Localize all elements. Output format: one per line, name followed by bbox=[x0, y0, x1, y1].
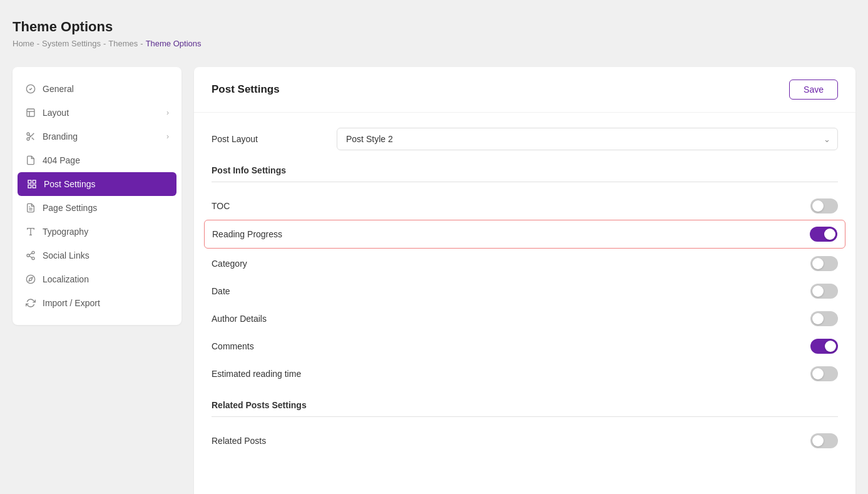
sidebar-item-import-export-label: Import / Export bbox=[43, 298, 100, 308]
toggle-row-toc: TOC bbox=[212, 192, 838, 220]
related-posts-label: Related Posts bbox=[212, 436, 266, 446]
svg-line-7 bbox=[32, 138, 34, 140]
toggle-row-category: Category bbox=[212, 250, 838, 277]
toggle-row-reading-progress: Reading Progress bbox=[204, 220, 845, 249]
sidebar-item-404-label: 404 Page bbox=[43, 155, 80, 165]
svg-line-20 bbox=[29, 256, 33, 258]
category-toggle[interactable] bbox=[810, 256, 838, 271]
svg-point-17 bbox=[32, 251, 34, 254]
svg-rect-9 bbox=[28, 180, 31, 183]
reading-progress-label: Reading Progress bbox=[212, 229, 282, 239]
breadcrumb-current: Theme Options bbox=[146, 39, 202, 48]
post-layout-select[interactable]: Post Style 1 Post Style 2 Post Style 3 bbox=[337, 128, 838, 150]
layout-icon bbox=[25, 107, 36, 118]
breadcrumb-themes[interactable]: Themes bbox=[108, 39, 138, 48]
page-title: Theme Options bbox=[13, 19, 855, 35]
toggle-row-estimated-reading: Estimated reading time bbox=[212, 360, 838, 388]
svg-marker-23 bbox=[29, 277, 33, 281]
post-layout-label: Post Layout bbox=[212, 134, 337, 144]
page-wrapper: Theme Options Home - System Settings - T… bbox=[13, 13, 855, 494]
sidebar-item-post-settings[interactable]: Post Settings bbox=[18, 172, 176, 196]
comments-slider bbox=[810, 339, 838, 354]
toggle-row-author-details: Author Details bbox=[212, 305, 838, 332]
save-button-top[interactable]: Save bbox=[789, 80, 838, 100]
svg-point-5 bbox=[27, 138, 29, 140]
toc-toggle[interactable] bbox=[810, 198, 838, 214]
toggle-row-related-posts: Related Posts bbox=[212, 427, 838, 455]
breadcrumb-sep-1: - bbox=[37, 39, 39, 48]
sidebar-item-localization[interactable]: Localization bbox=[13, 267, 181, 291]
related-posts-slider bbox=[810, 433, 838, 448]
breadcrumb-sep-3: - bbox=[140, 39, 143, 48]
sidebar-item-page-settings-label: Page Settings bbox=[43, 203, 97, 213]
file-text-icon bbox=[25, 202, 36, 214]
reading-progress-slider bbox=[810, 227, 837, 242]
sidebar-item-typography-label: Typography bbox=[43, 227, 88, 237]
content-area: Post Settings Save Post Layout Post Styl… bbox=[194, 67, 855, 494]
share-icon bbox=[25, 250, 36, 261]
svg-point-4 bbox=[27, 133, 29, 135]
content-body: Post Layout Post Style 1 Post Style 2 Po… bbox=[194, 113, 855, 482]
svg-rect-1 bbox=[27, 109, 34, 116]
sidebar-item-social-links[interactable]: Social Links bbox=[13, 244, 181, 267]
sidebar-item-post-settings-label: Post Settings bbox=[44, 179, 96, 189]
sidebar-item-branding[interactable]: Branding › bbox=[13, 125, 181, 148]
svg-rect-10 bbox=[33, 180, 36, 183]
sidebar-item-import-export[interactable]: Import / Export bbox=[13, 291, 181, 315]
file-icon bbox=[25, 155, 36, 166]
comments-toggle[interactable] bbox=[810, 339, 838, 354]
post-layout-select-wrapper: Post Style 1 Post Style 2 Post Style 3 ⌄ bbox=[337, 128, 838, 150]
check-circle-icon bbox=[25, 83, 36, 95]
sidebar-item-layout-label: Layout bbox=[43, 108, 69, 118]
author-details-label: Author Details bbox=[212, 314, 267, 324]
content-title: Post Settings bbox=[212, 83, 280, 96]
category-label: Category bbox=[212, 259, 247, 269]
estimated-reading-slider bbox=[810, 366, 838, 381]
toc-slider bbox=[810, 198, 838, 214]
page-header: Theme Options Home - System Settings - T… bbox=[13, 13, 855, 54]
breadcrumb-sep-2: - bbox=[103, 39, 106, 48]
sidebar-item-general-label: General bbox=[43, 84, 74, 94]
category-slider bbox=[810, 256, 838, 271]
toggle-row-date: Date bbox=[212, 277, 838, 305]
post-layout-row: Post Layout Post Style 1 Post Style 2 Po… bbox=[212, 128, 838, 150]
breadcrumb-home[interactable]: Home bbox=[13, 39, 34, 48]
toggle-row-comments: Comments bbox=[212, 332, 838, 360]
related-posts-heading: Related Posts Settings bbox=[212, 400, 838, 417]
post-info-heading: Post Info Settings bbox=[212, 165, 838, 182]
refresh-icon bbox=[25, 297, 36, 309]
estimated-reading-toggle[interactable] bbox=[810, 366, 838, 381]
svg-rect-12 bbox=[33, 185, 36, 188]
svg-line-8 bbox=[29, 135, 31, 136]
breadcrumb-system-settings[interactable]: System Settings bbox=[42, 39, 101, 48]
reading-progress-toggle[interactable] bbox=[810, 227, 837, 242]
sidebar-item-typography[interactable]: Typography bbox=[13, 220, 181, 244]
sidebar: General Layout › bbox=[13, 67, 181, 325]
comments-label: Comments bbox=[212, 341, 254, 351]
branding-chevron-icon: › bbox=[166, 132, 169, 141]
sidebar-item-branding-label: Branding bbox=[43, 131, 78, 142]
grid-icon bbox=[26, 178, 38, 190]
svg-point-19 bbox=[32, 257, 34, 260]
svg-line-21 bbox=[29, 253, 33, 255]
date-label: Date bbox=[212, 286, 230, 296]
date-slider bbox=[810, 284, 838, 299]
sidebar-item-page-settings[interactable]: Page Settings bbox=[13, 196, 181, 220]
layout-chevron-icon: › bbox=[166, 108, 169, 117]
sidebar-item-layout[interactable]: Layout › bbox=[13, 101, 181, 125]
compass-icon bbox=[25, 274, 36, 285]
sidebar-item-social-links-label: Social Links bbox=[43, 250, 89, 260]
sidebar-item-404[interactable]: 404 Page bbox=[13, 148, 181, 172]
sidebar-item-general[interactable]: General bbox=[13, 77, 181, 101]
estimated-reading-label: Estimated reading time bbox=[212, 369, 301, 379]
breadcrumb: Home - System Settings - Themes - Theme … bbox=[13, 39, 855, 48]
post-info-section: Post Info Settings TOC Reading Progress bbox=[212, 165, 838, 388]
date-toggle[interactable] bbox=[810, 284, 838, 299]
author-details-toggle[interactable] bbox=[810, 311, 838, 326]
scissors-icon bbox=[25, 131, 36, 142]
related-posts-toggle[interactable] bbox=[810, 433, 838, 448]
svg-point-22 bbox=[26, 275, 34, 283]
sidebar-item-localization-label: Localization bbox=[43, 274, 89, 284]
author-details-slider bbox=[810, 311, 838, 326]
content-header: Post Settings Save bbox=[194, 67, 855, 113]
